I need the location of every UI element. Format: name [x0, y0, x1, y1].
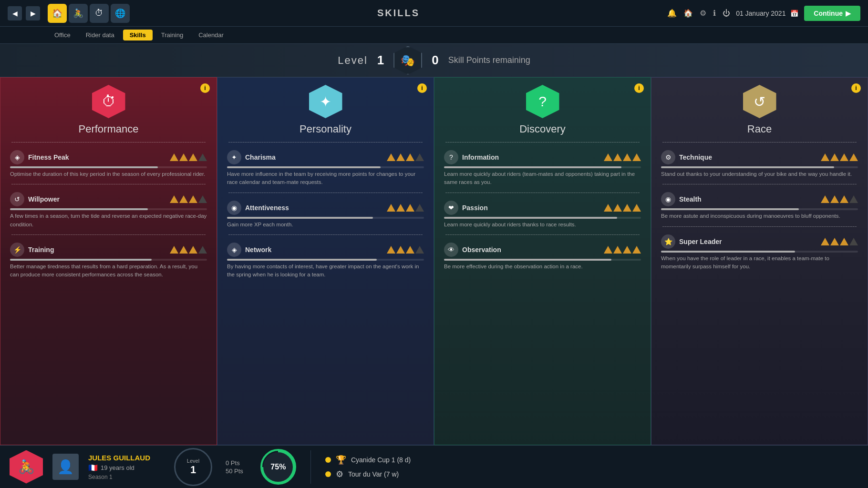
skill-stars-performance-2: [170, 246, 207, 254]
gear-icon[interactable]: ⚙: [700, 9, 706, 18]
star-discovery-2-0: [604, 246, 612, 254]
progress-circle: 75%: [260, 449, 296, 485]
tab-calendar[interactable]: Calendar: [192, 30, 230, 41]
star-performance-2-1: [179, 246, 188, 254]
skill-name-area-discovery-0: ?Information: [444, 150, 499, 164]
skill-card-personality: i✦Personality✦CharismaHave more influenc…: [217, 77, 434, 445]
star-race-1-2: [840, 195, 848, 203]
star-race-0-0: [821, 153, 829, 161]
skill-icon-performance-1: ↺: [10, 192, 24, 206]
race-dot-1: [325, 471, 331, 477]
skill-row-race-1: ◉StealthBe more astute and inconspicuous…: [651, 187, 868, 223]
skill-icon-performance-2: ⚡: [10, 243, 24, 257]
rider-season: Season 1: [88, 474, 150, 480]
star-race-0-3: [849, 153, 858, 161]
skill-stars-discovery-0: [604, 153, 641, 161]
level-circle: Level 1: [174, 448, 212, 486]
card-info-btn-discovery[interactable]: i: [634, 83, 644, 93]
skill-bar-personality-1: [227, 217, 373, 219]
calendar-icon[interactable]: 📅: [790, 10, 798, 17]
star-performance-2-0: [170, 246, 178, 254]
nav-icon-office[interactable]: 🏠: [48, 4, 67, 23]
skill-stars-race-2: [821, 238, 858, 245]
skill-stars-discovery-1: [604, 204, 641, 212]
skill-bar-race-2: [661, 251, 795, 253]
skill-row-personality-2: ◈NetworkBy having more contacts of inter…: [217, 238, 434, 282]
skill-name-area-discovery-2: 👁Observation: [444, 243, 501, 257]
skill-header-performance-2: ⚡Training: [10, 243, 207, 257]
top-bar-left: ◀ ▶ 🏠 🚴 ⏱ 🌐: [8, 4, 130, 23]
race-icon-1: ⚙: [336, 469, 343, 479]
skill-header-performance-0: ◈Fitness Peak: [10, 150, 207, 164]
nav-icon-globe[interactable]: 🌐: [111, 4, 130, 23]
skill-header-personality-2: ◈Network: [227, 243, 424, 257]
card-info-btn-performance[interactable]: i: [200, 83, 210, 93]
home-icon[interactable]: 🏠: [683, 9, 693, 18]
skill-name-discovery-2: Observation: [462, 246, 501, 254]
nav-forward-button[interactable]: ▶: [26, 6, 40, 20]
card-info-btn-personality[interactable]: i: [417, 83, 427, 93]
star-performance-1-1: [179, 195, 188, 203]
skill-header-personality-0: ✦Charisma: [227, 150, 424, 164]
skill-card-performance: i⏱Performance◈Fitness PeakOptimise the d…: [0, 77, 217, 445]
main-content: i⏱Performance◈Fitness PeakOptimise the d…: [0, 77, 868, 445]
skill-bar-container-performance-0: [10, 166, 207, 168]
skill-name-area-discovery-1: ❤Passion: [444, 201, 488, 215]
star-personality-0-2: [406, 153, 414, 161]
skill-header-performance-1: ↺Willpower: [10, 192, 207, 206]
skill-card-discovery: i?Discovery?InformationLearn more quickl…: [434, 77, 651, 445]
star-personality-1-0: [387, 204, 395, 212]
skill-header-personality-1: ◉Attentiveness: [227, 201, 424, 215]
star-personality-0-1: [396, 153, 405, 161]
skill-desc-performance-1: A few times in a season, turn the tide a…: [10, 212, 207, 229]
card-info-btn-race[interactable]: i: [851, 83, 861, 93]
star-performance-2-2: [189, 246, 197, 254]
nav-icon-time[interactable]: ⏱: [90, 4, 109, 23]
continue-button[interactable]: Continue ▶: [804, 6, 860, 21]
race-name-0: Cyanide Cup 1 (8 d): [351, 456, 411, 464]
star-personality-1-3: [415, 204, 424, 212]
star-personality-2-0: [387, 246, 395, 254]
rider-photo: 👤: [52, 454, 79, 480]
card-icon-performance: ⏱: [92, 85, 125, 118]
level-circle-num: 1: [190, 464, 196, 476]
star-race-1-1: [830, 195, 839, 203]
pts-current: 0 Pts: [226, 459, 243, 467]
star-race-2-0: [821, 238, 829, 245]
rider-age: 🇫🇷 19 years old: [88, 463, 150, 472]
skill-bar-container-discovery-1: [444, 217, 641, 219]
tab-training[interactable]: Training: [155, 30, 190, 41]
skill-desc-discovery-2: Be more effective during the observation…: [444, 263, 641, 271]
skill-name-area-performance-1: ↺Willpower: [10, 192, 60, 206]
info-icon[interactable]: ℹ: [713, 9, 716, 18]
star-race-1-3: [849, 195, 858, 203]
star-discovery-1-0: [604, 204, 612, 212]
tab-rider-data[interactable]: Rider data: [79, 30, 121, 41]
star-race-2-3: [849, 238, 858, 245]
skill-name-area-race-1: ◉Stealth: [661, 192, 702, 206]
tab-office[interactable]: Office: [48, 30, 77, 41]
top-bar: ◀ ▶ 🏠 🚴 ⏱ 🌐 SKILLS 🔔 🏠 ⚙ ℹ ⏻ 01 January …: [0, 0, 868, 27]
skill-row-discovery-0: ?InformationLearn more quickly about rid…: [434, 145, 651, 190]
skill-desc-personality-2: By having more contacts of interest, hav…: [227, 263, 424, 279]
skill-icon-discovery-0: ?: [444, 150, 458, 164]
power-icon[interactable]: ⏻: [723, 9, 730, 18]
skill-desc-discovery-1: Learn more quickly about riders thanks t…: [444, 221, 641, 229]
skill-name-discovery-0: Information: [462, 153, 499, 161]
nav-icon-rider[interactable]: 🚴: [69, 4, 88, 23]
level-label: Level: [338, 54, 368, 67]
pts-total: 50 Pts: [226, 468, 243, 475]
pts-info: 0 Pts 50 Pts: [226, 459, 243, 475]
bell-icon[interactable]: 🔔: [667, 9, 677, 18]
sub-nav: Office Rider data Skills Training Calend…: [0, 27, 868, 44]
star-race-2-2: [840, 238, 848, 245]
nav-back-button[interactable]: ◀: [8, 6, 22, 20]
tab-skills[interactable]: Skills: [123, 30, 153, 41]
skill-row-race-0: ⚙TechniqueStand out thanks to your under…: [651, 145, 868, 181]
star-personality-1-1: [396, 204, 405, 212]
top-bar-right: 🔔 🏠 ⚙ ℹ ⏻ 01 January 2021 📅 Continue ▶: [667, 6, 860, 21]
skill-bar-discovery-1: [444, 217, 617, 219]
skill-bar-container-personality-1: [227, 217, 424, 219]
skill-bar-container-discovery-0: [444, 166, 641, 168]
skill-name-race-0: Technique: [679, 153, 712, 161]
